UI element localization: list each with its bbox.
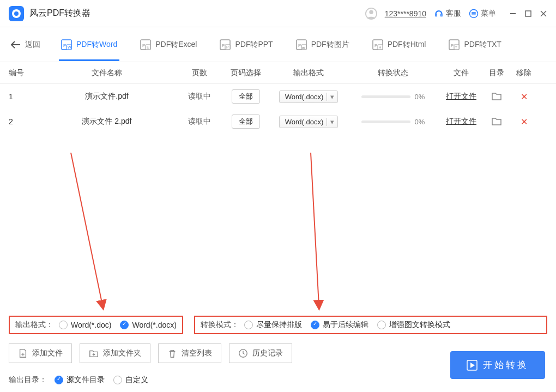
outdir-label: 输出目录： <box>9 375 47 385</box>
page-select-button[interactable]: 全部 <box>232 89 260 104</box>
col-dir: 目录 <box>483 68 510 78</box>
history-label: 历史记录 <box>252 348 283 358</box>
folder-icon[interactable] <box>492 117 501 125</box>
txt-icon: PT <box>449 39 460 50</box>
svg-text:W: W <box>68 45 71 49</box>
svg-text:P: P <box>63 43 66 48</box>
tab-pdf-to-excel[interactable]: PE PDF转Excel <box>138 28 199 61</box>
tab-label: PDF转图片 <box>311 40 349 50</box>
account-link[interactable]: 123****8910 <box>385 9 426 18</box>
col-index: 编号 <box>9 68 36 78</box>
open-file-link[interactable]: 打开文件 <box>446 117 476 125</box>
menu-button[interactable]: 菜单 <box>469 9 496 19</box>
remove-button[interactable]: ✕ <box>521 117 528 126</box>
maximize-button[interactable] <box>524 10 532 17</box>
col-outfmt: 输出格式 <box>270 68 347 78</box>
radio-label: 源文件目录 <box>67 375 105 385</box>
col-pages: 页数 <box>178 68 221 78</box>
excel-icon: PE <box>140 39 151 50</box>
convert-mode-label: 转换模式： <box>201 320 239 330</box>
back-label: 返回 <box>25 40 40 50</box>
remove-button[interactable]: ✕ <box>521 92 528 101</box>
svg-text:P: P <box>142 43 145 48</box>
row-filename: 演示文件.pdf <box>36 92 178 101</box>
output-format-label: 输出格式： <box>15 320 53 330</box>
history-button[interactable]: 历史记录 <box>229 343 292 363</box>
annotation-arrow-right <box>305 153 338 311</box>
image-icon: P <box>296 39 307 50</box>
back-button[interactable]: 返回 <box>11 40 40 50</box>
folder-icon[interactable] <box>492 92 501 100</box>
minimize-button[interactable] <box>509 10 517 17</box>
convert-mode-option[interactable]: 增强图文转换模式 <box>377 320 450 330</box>
svg-line-30 <box>71 153 102 305</box>
col-pagesel: 页码选择 <box>221 68 270 78</box>
output-format-select[interactable]: Word(.docx)▾ <box>279 116 339 128</box>
outdir-option[interactable]: 源文件目录 <box>55 375 105 385</box>
convert-mode-option[interactable]: 易于后续编辑 <box>311 320 368 330</box>
row-pages: 读取中 <box>178 117 221 126</box>
radio-icon <box>120 321 129 329</box>
tab-pdf-to-txt[interactable]: PT PDF转TXT <box>446 28 503 61</box>
row-filename: 演示文件 2.pdf <box>36 117 178 126</box>
table-row: 2 演示文件 2.pdf 读取中 全部 Word(.docx)▾ 0% 打开文件… <box>0 109 556 134</box>
row-index: 1 <box>9 92 36 101</box>
row-pages: 读取中 <box>178 92 221 101</box>
menu-label: 菜单 <box>481 9 496 19</box>
tab-pdf-to-html[interactable]: PH PDF转Html <box>370 28 428 61</box>
app-logo-icon <box>9 6 24 21</box>
trash-icon <box>167 348 177 358</box>
tab-label: PDF转PPT <box>235 40 273 50</box>
page-select-button[interactable]: 全部 <box>232 114 260 129</box>
tab-pdf-to-ppt[interactable]: PP PDF转PPT <box>217 28 275 61</box>
play-icon <box>467 360 478 371</box>
add-file-button[interactable]: 添加文件 <box>9 343 72 363</box>
radio-label: 自定义 <box>125 375 148 385</box>
col-file: 文件 <box>439 68 483 78</box>
svg-text:P: P <box>451 43 454 48</box>
close-button[interactable] <box>540 10 547 17</box>
progress-percent: 0% <box>415 118 425 126</box>
output-format-option[interactable]: Word(*.doc) <box>59 321 111 329</box>
output-format-box: 输出格式： Word(*.doc)Word(*.docx) <box>9 316 183 334</box>
add-folder-label: 添加文件夹 <box>103 348 141 358</box>
progress-bar <box>361 95 410 98</box>
chevron-down-icon: ▾ <box>327 93 334 101</box>
add-folder-button[interactable]: 添加文件夹 <box>80 343 150 363</box>
outdir-option[interactable]: 自定义 <box>113 375 148 385</box>
menu-icon <box>469 9 479 19</box>
word-icon: PW <box>61 39 72 50</box>
add-folder-icon <box>89 348 99 358</box>
svg-text:T: T <box>455 46 457 49</box>
app-title: 风云PDF转换器 <box>29 8 365 19</box>
svg-rect-6 <box>525 11 531 16</box>
progress-bar <box>361 120 410 123</box>
radio-label: 尽量保持排版 <box>256 320 302 330</box>
radio-label: Word(*.doc) <box>71 321 111 329</box>
col-status: 转换状态 <box>347 68 439 78</box>
row-index: 2 <box>9 117 36 126</box>
convert-mode-option[interactable]: 尽量保持排版 <box>244 320 302 330</box>
radio-icon <box>55 376 63 384</box>
customer-service-button[interactable]: 客服 <box>434 9 461 19</box>
add-file-icon <box>18 348 28 358</box>
tab-label: PDF转Excel <box>155 40 197 50</box>
tab-pdf-to-word[interactable]: PW PDF转Word <box>59 28 119 61</box>
customer-service-label: 客服 <box>446 9 461 19</box>
radio-icon <box>377 321 386 329</box>
output-format-select[interactable]: Word(.docx)▾ <box>279 91 339 103</box>
start-convert-label: 开始转换 <box>483 359 529 371</box>
start-convert-button[interactable]: 开始转换 <box>450 351 545 379</box>
convert-mode-box: 转换模式： 尽量保持排版易于后续编辑增强图文转换模式 <box>194 316 547 334</box>
output-format-option[interactable]: Word(*.docx) <box>120 321 176 329</box>
open-file-link[interactable]: 打开文件 <box>446 92 476 100</box>
tab-label: PDF转Word <box>76 40 117 50</box>
clear-list-button[interactable]: 清空列表 <box>158 343 221 363</box>
annotation-arrow-left <box>65 153 120 311</box>
tab-pdf-to-image[interactable]: P PDF转图片 <box>294 28 352 61</box>
svg-text:P: P <box>222 43 225 48</box>
svg-text:H: H <box>379 46 381 49</box>
html-icon: PH <box>372 39 383 50</box>
radio-icon <box>244 321 253 329</box>
radio-icon <box>113 376 122 384</box>
